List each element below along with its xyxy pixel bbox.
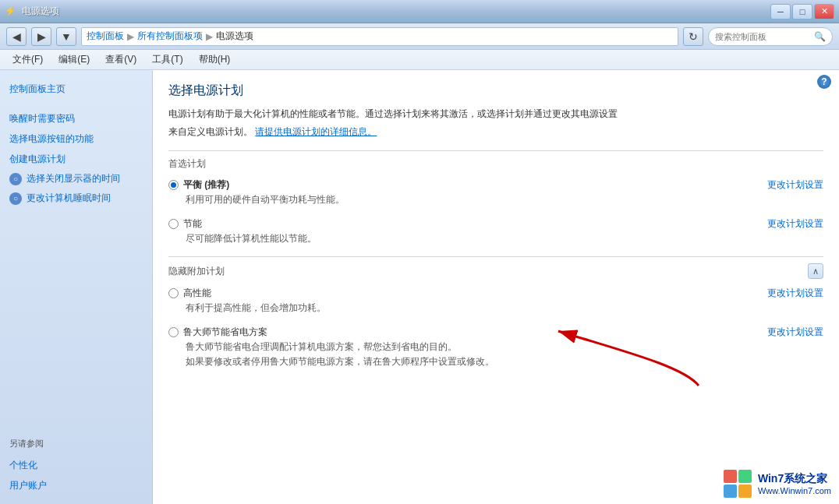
section2-label: 隐藏附加计划	[168, 265, 225, 278]
sidebar-item-wakeup[interactable]: 唤醒时需要密码	[6, 109, 146, 128]
watermark-text1: Win7系统之家	[758, 472, 831, 486]
plan2-header: 节能 更改计划设置	[168, 217, 823, 231]
menu-tools[interactable]: 工具(T)	[146, 51, 189, 68]
svg-rect-3	[724, 485, 737, 498]
plan4-name: 鲁大师节能省电方案	[183, 326, 267, 339]
plan4-change-link[interactable]: 更改计划设置	[767, 326, 823, 339]
page-title: 选择电源计划	[168, 83, 823, 99]
plan2-name: 节能	[183, 217, 202, 231]
plan1-change-link[interactable]: 更改计划设置	[767, 178, 823, 192]
section1-header: 首选计划	[168, 157, 823, 171]
plan3-header: 高性能 更改计划设置	[168, 287, 823, 300]
breadcrumb: 控制面板 ▶ 所有控制面板项 ▶ 电源选项	[81, 27, 678, 46]
plan3-radio[interactable]	[168, 288, 179, 298]
refresh-button[interactable]: ↻	[683, 27, 703, 46]
sidebar-item-display[interactable]: ○ 选择关闭显示器的时间	[6, 170, 146, 188]
plan1-radio[interactable]	[168, 180, 179, 190]
menu-view[interactable]: 查看(V)	[99, 51, 143, 68]
dropdown-button[interactable]: ▼	[56, 27, 76, 46]
plan4-header: 鲁大师节能省电方案 更改计划设置	[168, 326, 823, 339]
maximize-button[interactable]: □	[792, 4, 812, 19]
sidebar-item-sleep-label: 更改计算机睡眠时间	[27, 192, 111, 205]
plan3-desc: 有利于提高性能，但会增加功耗。	[186, 301, 823, 315]
content-area: ? 选择电源计划 电源计划有助于最大化计算机的性能或者节能。通过选择计划来将其激…	[153, 70, 839, 504]
breadcrumb-item-2[interactable]: 所有控制面板项	[137, 30, 203, 43]
sidebar-item-personalize[interactable]: 个性化	[6, 456, 146, 474]
plan-item-luda: 鲁大师节能省电方案 更改计划设置 鲁大师节能省电合理调配计算机电源方案，帮您达到…	[168, 326, 823, 368]
titlebar-controls: ─ □ ✕	[770, 4, 834, 19]
breadcrumb-sep-2: ▶	[206, 31, 213, 42]
sidebar-item-sleep[interactable]: ○ 更改计算机睡眠时间	[6, 189, 146, 207]
sidebar-item-display-label: 选择关闭显示器的时间	[27, 172, 120, 185]
main-layout: 控制面板主页 唤醒时需要密码 选择电源按钮的功能 创建电源计划 ○ 选择关闭显示…	[0, 70, 839, 504]
sidebar-item-createplan[interactable]: 创建电源计划	[6, 150, 146, 168]
plan1-radio-row: 平衡 (推荐)	[168, 178, 229, 192]
window-title: 电源选项	[22, 5, 59, 18]
content-desc-2: 来自定义电源计划。 请提供电源计划的详细信息。	[168, 125, 823, 139]
sleep-icon: ○	[9, 192, 22, 205]
titlebar-left: ⚡ 电源选项	[5, 5, 59, 18]
sidebar-item-home[interactable]: 控制面板主页	[6, 79, 146, 98]
sidebar-item-useraccount[interactable]: 用户账户	[6, 476, 146, 495]
plan-item-balanced: 平衡 (推荐) 更改计划设置 利用可用的硬件自动平衡功耗与性能。	[168, 178, 823, 206]
plan2-desc: 尽可能降低计算机性能以节能。	[186, 232, 823, 245]
svg-rect-1	[724, 470, 737, 483]
watermark-logo: Win7系统之家 Www.Winwin7.com	[722, 468, 831, 499]
menu-edit[interactable]: 编辑(E)	[52, 51, 96, 68]
menu-help[interactable]: 帮助(H)	[193, 51, 237, 68]
sidebar-item-powerbutton[interactable]: 选择电源按钮的功能	[6, 129, 146, 148]
minimize-button[interactable]: ─	[770, 4, 791, 19]
window-icon: ⚡	[5, 5, 17, 18]
svg-rect-4	[738, 485, 752, 498]
plan2-radio[interactable]	[168, 219, 179, 229]
forward-button[interactable]: ▶	[31, 27, 51, 46]
back-button[interactable]: ◀	[6, 27, 27, 46]
section1-label: 首选计划	[168, 157, 206, 171]
plan4-radio-row: 鲁大师节能省电方案	[168, 326, 267, 339]
content-desc-1: 电源计划有助于最大化计算机的性能或者节能。通过选择计划来将其激活，或选择计划并通…	[168, 107, 823, 122]
plan3-name: 高性能	[183, 287, 211, 300]
section2-header: 隐藏附加计划 ∧	[168, 263, 823, 279]
search-bar: 🔍	[708, 27, 833, 46]
divider-2	[168, 256, 823, 257]
plan-item-performance: 高性能 更改计划设置 有利于提高性能，但会增加功耗。	[168, 287, 823, 315]
breadcrumb-item-1[interactable]: 控制面板	[87, 30, 124, 43]
search-icon: 🔍	[814, 31, 826, 42]
also-label: 另请参阅	[6, 436, 146, 451]
plan1-desc: 利用可用的硬件自动平衡功耗与性能。	[186, 193, 823, 206]
breadcrumb-item-3: 电源选项	[216, 30, 253, 43]
close-button[interactable]: ✕	[814, 4, 834, 19]
help-icon[interactable]: ?	[817, 75, 831, 89]
sidebar: 控制面板主页 唤醒时需要密码 选择电源按钮的功能 创建电源计划 ○ 选择关闭显示…	[0, 70, 153, 504]
breadcrumb-sep-1: ▶	[127, 31, 134, 42]
win7-logo	[722, 468, 753, 499]
watermark: Win7系统之家 Www.Winwin7.com	[722, 468, 831, 499]
plan3-radio-row: 高性能	[168, 287, 211, 300]
menubar: 文件(F) 编辑(E) 查看(V) 工具(T) 帮助(H)	[0, 50, 839, 70]
plan2-change-link[interactable]: 更改计划设置	[767, 217, 823, 231]
plan-item-energy: 节能 更改计划设置 尽可能降低计算机性能以节能。	[168, 217, 823, 245]
detail-link[interactable]: 请提供电源计划的详细信息。	[255, 126, 377, 137]
plan4-radio[interactable]	[168, 327, 179, 337]
plan2-radio-row: 节能	[168, 217, 202, 231]
watermark-text-block: Win7系统之家 Www.Winwin7.com	[758, 472, 831, 495]
addressbar: ◀ ▶ ▼ 控制面板 ▶ 所有控制面板项 ▶ 电源选项 ↻ 🔍	[0, 23, 839, 50]
plan3-change-link[interactable]: 更改计划设置	[767, 287, 823, 300]
divider-1	[168, 150, 823, 151]
search-input[interactable]	[715, 32, 811, 41]
plan1-header: 平衡 (推荐) 更改计划设置	[168, 178, 823, 192]
titlebar: ⚡ 电源选项 ─ □ ✕	[0, 0, 839, 23]
watermark-text2: Www.Winwin7.com	[758, 486, 831, 495]
plan4-desc1: 鲁大师节能省电合理调配计算机电源方案，帮您达到省电的目的。	[186, 340, 823, 354]
svg-rect-2	[738, 470, 752, 483]
plan1-name: 平衡 (推荐)	[183, 178, 229, 192]
collapse-button[interactable]: ∧	[808, 263, 823, 279]
menu-file[interactable]: 文件(F)	[6, 51, 49, 68]
display-icon: ○	[9, 173, 22, 185]
plan4-desc2: 如果要修改或者停用鲁大师节能电源方案，请在鲁大师程序中设置或修改。	[186, 355, 823, 368]
